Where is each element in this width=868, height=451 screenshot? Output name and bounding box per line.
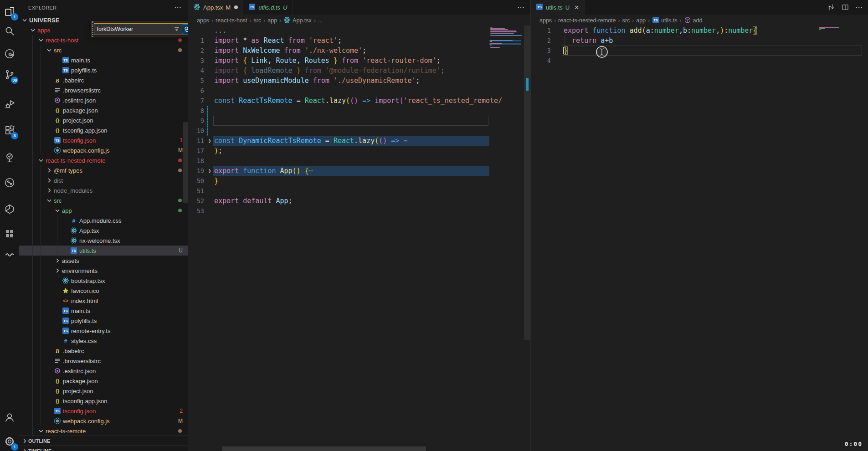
fuzzy-search-icon[interactable]: [182, 25, 189, 34]
code-line[interactable]: 2 return a+b: [531, 36, 868, 46]
tree-item-tsconfig.app.json[interactable]: {}tsconfig.app.json: [19, 396, 188, 406]
tree-item-@mf-types[interactable]: @mf-types: [19, 165, 188, 175]
tree-item-project.json[interactable]: {}project.json: [19, 386, 188, 396]
tree-item-tsconfig.json[interactable]: TStsconfig.json1: [19, 135, 188, 145]
breadcrumb-apps[interactable]: apps: [539, 17, 552, 24]
activity-settings-icon[interactable]: 1: [0, 434, 19, 449]
code-editor[interactable]: ...1import * as React from 'react';2impo…: [188, 26, 530, 451]
tree-item-main.ts[interactable]: TSmain.ts: [19, 306, 188, 316]
split-icon[interactable]: [841, 3, 849, 11]
code-line[interactable]: 5import useDynamicModule from './useDyna…: [188, 76, 530, 86]
activity-explorer-icon[interactable]: 1: [0, 4, 19, 19]
tree-item-nx-welcome.tsx[interactable]: nx-welcome.tsx: [19, 236, 188, 246]
tree-item-.browserslistrc[interactable]: .browserslistrc: [19, 356, 188, 366]
tree-item-.eslintrc.json[interactable]: .eslintrc.json: [19, 95, 188, 105]
tree-item-index.html[interactable]: <>index.html: [19, 296, 188, 306]
outline-section[interactable]: OUTLINE: [19, 436, 188, 446]
tree-item-dist[interactable]: dist: [19, 175, 188, 185]
code-line[interactable]: 9: [188, 116, 530, 126]
code-line[interactable]: 1export function add(a:number,b:number,)…: [531, 26, 868, 36]
vertical-scrollbar[interactable]: [524, 26, 530, 340]
activity-wave-icon[interactable]: [0, 246, 19, 261]
tree-item-webpack.config.js[interactable]: webpack.config.jsM: [19, 145, 188, 155]
tree-item-environments[interactable]: environments: [19, 266, 188, 276]
activity-extensions-icon[interactable]: 3: [0, 123, 19, 138]
breadcrumb-app[interactable]: app: [636, 17, 646, 24]
breadcrumb-app.tsx[interactable]: App.tsx: [283, 16, 312, 25]
code-line[interactable]: 18: [188, 156, 530, 166]
tree-item-app.module.css[interactable]: #App.module.css: [19, 215, 188, 226]
activity-commit-graph-icon[interactable]: [0, 175, 19, 190]
code-line[interactable]: 17);: [188, 146, 530, 156]
tree-item-assets[interactable]: assets: [19, 256, 188, 266]
code-line[interactable]: 4import { loadRemote } from '@module-fed…: [188, 66, 530, 76]
breadcrumb-apps[interactable]: apps: [197, 17, 209, 24]
tree-item-app[interactable]: app: [19, 205, 188, 215]
code-line[interactable]: 2import NxWelcome from './nx-welcome';: [188, 46, 530, 56]
activity-console-ninja-icon[interactable]: [0, 201, 19, 217]
code-line[interactable]: 10: [188, 126, 530, 136]
code-line[interactable]: 19❯export function App() {⋯: [188, 166, 530, 176]
tab-utils.d.ts[interactable]: TSutils.d.tsU: [243, 0, 293, 15]
tree-item-utils.ts[interactable]: TSutils.tsU: [19, 246, 188, 256]
tree-item-polyfills.ts[interactable]: TSpolyfills.ts: [19, 316, 188, 326]
tree-item-webpack.config.js[interactable]: webpack.config.jsM: [19, 416, 188, 426]
tree-item-node_modules[interactable]: node_modules: [19, 185, 188, 195]
minimap[interactable]: [489, 26, 524, 451]
activity-source-control-icon[interactable]: 38: [0, 67, 19, 82]
more-icon[interactable]: ⋯: [855, 5, 863, 10]
activity-project-tree-icon[interactable]: [0, 150, 19, 165]
filter-icon[interactable]: [172, 25, 181, 34]
tree-item-main.ts[interactable]: TSmain.ts: [19, 55, 188, 65]
code-line[interactable]: 52export default App;: [188, 196, 530, 206]
tree-item-.babelrc[interactable]: B.babelrc: [19, 346, 188, 356]
activity-search-icon[interactable]: [0, 23, 19, 39]
tree-item-package.json[interactable]: {}package.json: [19, 376, 188, 386]
more-icon[interactable]: ⋯: [517, 5, 525, 10]
tab-close-icon[interactable]: ✕: [574, 5, 579, 10]
tree-find-input[interactable]: [94, 26, 172, 32]
code-line[interactable]: 8: [188, 106, 530, 116]
code-line[interactable]: 53: [188, 206, 530, 216]
code-line[interactable]: ...: [188, 26, 530, 36]
breadcrumb-...[interactable]: ...: [318, 17, 323, 24]
fold-chevron-icon[interactable]: ❯: [206, 136, 213, 146]
tree-item-tsconfig.app.json[interactable]: {}tsconfig.app.json: [19, 125, 188, 135]
code-line[interactable]: 1import * as React from 'react';: [188, 36, 530, 46]
tree-item-react-ts-nested-remote[interactable]: react-ts-nested-remote: [19, 155, 188, 165]
activity-grid-icon[interactable]: [0, 226, 19, 241]
fold-chevron-icon[interactable]: ❯: [206, 166, 213, 176]
code-line[interactable]: 6: [188, 86, 530, 96]
code-editor[interactable]: 1export function add(a:number,b:number,)…: [531, 26, 868, 451]
tree-item-project.json[interactable]: {}project.json: [19, 115, 188, 125]
breadcrumb-src[interactable]: src: [254, 17, 262, 24]
activity-run-debug-icon[interactable]: [0, 97, 19, 112]
breadcrumb-utils.ts[interactable]: TSutils.ts: [652, 16, 677, 25]
code-line[interactable]: 3}: [531, 46, 868, 56]
breadcrumb-app[interactable]: app: [267, 17, 277, 24]
code-line[interactable]: 4: [531, 56, 868, 66]
timeline-section[interactable]: TIMELINE: [19, 446, 188, 451]
breadcrumb-src[interactable]: src: [622, 17, 630, 24]
tree-item-favicon.ico[interactable]: favicon.ico: [19, 286, 188, 296]
sidebar-scrollbar[interactable]: [183, 122, 188, 203]
tree-item-app.tsx[interactable]: App.tsx: [19, 226, 188, 236]
tree-item-.eslintrc.json[interactable]: .eslintrc.json: [19, 366, 188, 376]
activity-nx-console-icon[interactable]: [0, 46, 19, 62]
tab-utils.ts[interactable]: TSutils.tsU✕: [531, 0, 585, 15]
horizontal-scrollbar[interactable]: [222, 446, 426, 451]
tree-item-src[interactable]: src: [19, 195, 188, 205]
explorer-more-actions-icon[interactable]: ⋯: [174, 5, 182, 10]
code-line[interactable]: 7const ReactTsRemote = React.lazy(() => …: [188, 96, 530, 106]
breadcrumb-add[interactable]: add: [684, 16, 703, 25]
breadcrumb-react-ts-host[interactable]: react-ts-host: [216, 17, 247, 24]
tree-item-styles.css[interactable]: #styles.css: [19, 336, 188, 346]
tree-item-react-ts-remote[interactable]: react-ts-remote: [19, 426, 188, 436]
code-line[interactable]: 50}: [188, 176, 530, 186]
minimap[interactable]: [818, 26, 842, 451]
tab-app.tsx[interactable]: App.tsxM: [188, 0, 243, 15]
tree-item-src[interactable]: src: [19, 45, 188, 55]
tree-item-tsconfig.json[interactable]: TStsconfig.json2: [19, 406, 188, 416]
compare-icon[interactable]: [827, 3, 835, 11]
tree-item-package.json[interactable]: {}package.json: [19, 105, 188, 115]
